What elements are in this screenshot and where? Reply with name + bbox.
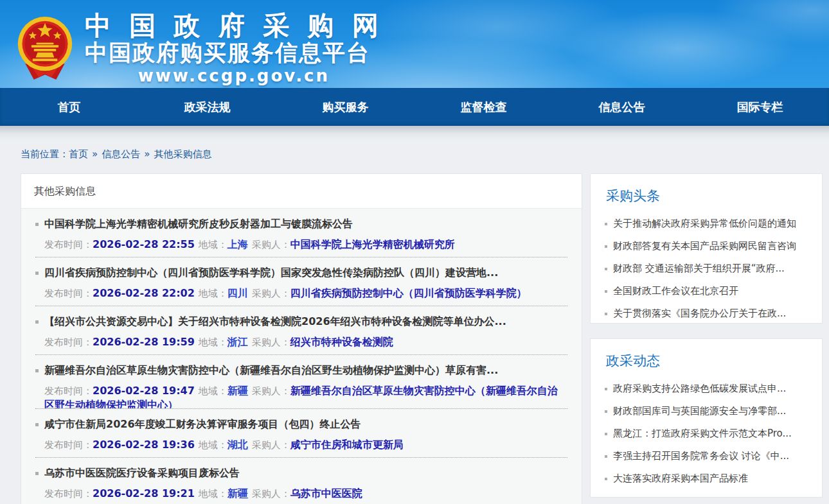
nav-item-purchase-services[interactable]: 购买服务: [276, 88, 415, 126]
buyer-link[interactable]: 绍兴市特种设备检测院: [290, 336, 393, 348]
headline-link[interactable]: 财政部答复有关本国产品采购网民留言咨询: [613, 240, 796, 252]
square-bullet-icon: [605, 223, 607, 225]
dynamics-panel: 政采动态 政府采购支持公路绿色低碳发展试点申... 财政部国库司与英国能源安全与…: [590, 338, 823, 498]
breadcrumb-separator: »: [144, 148, 150, 160]
region-label: 地域：: [199, 439, 227, 451]
region-label: 地域：: [199, 288, 227, 299]
news-meta: 发布时间：2026-02-28 19:59地域：浙江采购人：绍兴市特种设备检测院: [35, 335, 567, 349]
publish-time-value: 2026-02-28 22:55: [93, 238, 195, 250]
news-title-link[interactable]: 四川省疾病预防控制中心（四川省预防医学科学院）国家突发急性传染病防控队（四川）建…: [44, 266, 498, 280]
square-bullet-icon: [35, 223, 39, 226]
square-bullet-icon: [605, 478, 607, 480]
breadcrumb-prefix: 当前位置：: [21, 148, 69, 160]
buyer-link[interactable]: 咸宁市住房和城市更新局: [290, 439, 404, 451]
headline-link[interactable]: 财政部 交通运输部关于组织开展“政府...: [613, 263, 785, 275]
headline-link[interactable]: 关于贯彻落实《国务院办公厅关于在政...: [613, 308, 786, 320]
dynamics-link[interactable]: 大连落实政府采购本国产品标准: [613, 473, 748, 485]
breadcrumb-separator: »: [92, 148, 98, 160]
publish-time-value: 2026-02-28 22:02: [93, 287, 195, 299]
nav-item-regulations[interactable]: 政采法规: [138, 88, 276, 126]
panel-title: 其他采购信息: [21, 174, 582, 209]
region-link[interactable]: 新疆: [227, 487, 248, 500]
news-list-item: 【绍兴市公共资源交易中心】关于绍兴市特种设备检测院2026年绍兴市特种设备检测院…: [35, 306, 567, 355]
site-header: 中 国 政 府 采 购 网 中国政府购买服务信息平台 www.ccgp.gov.…: [0, 0, 829, 88]
square-bullet-icon: [605, 388, 607, 390]
nav-item-home[interactable]: 首页: [0, 88, 138, 126]
news-meta: 发布时间：2026-02-28 19:21地域：新疆采购人：乌苏市中医医院: [35, 487, 567, 501]
square-bullet-icon: [35, 369, 39, 372]
region-link[interactable]: 新疆: [227, 385, 248, 397]
news-title-link[interactable]: 新疆维吾尔自治区草原生物灾害防控中心（新疆维吾尔自治区野生动植物保护监测中心）草…: [44, 363, 498, 378]
breadcrumb-home-link[interactable]: 首页: [69, 148, 88, 160]
dynamics-link[interactable]: 政府采购支持公路绿色低碳发展试点申...: [613, 383, 786, 395]
publish-time-value: 2026-02-28 19:47: [93, 385, 195, 397]
headline-item: 全国财政工作会议在北京召开: [605, 280, 810, 302]
dynamics-link[interactable]: 财政部国库司与英国能源安全与净零部...: [613, 405, 786, 417]
buyer-link[interactable]: 中国科学院上海光学精密机械研究所: [290, 238, 455, 250]
region-link[interactable]: 四川: [227, 287, 248, 299]
publish-time-label: 发布时间：: [44, 288, 93, 299]
publish-time-value: 2026-02-28 19:36: [93, 439, 195, 451]
square-bullet-icon: [605, 313, 607, 315]
region-label: 地域：: [199, 336, 227, 348]
news-list: 中国科学院上海光学精密机械研究所皮秒反射器加工与镀膜流标公告 发布时间：2026…: [21, 209, 582, 504]
buyer-link[interactable]: 乌苏市中医医院: [290, 487, 362, 500]
square-bullet-icon: [605, 245, 607, 248]
dynamics-item: 黑龙江：打造政府采购文件示范文本Pro...: [605, 422, 810, 445]
region-label: 地域：: [199, 488, 227, 500]
headline-link[interactable]: 关于推动解决政府采购异常低价问题的通知: [613, 218, 796, 230]
nav-item-supervision[interactable]: 监督检查: [415, 88, 553, 126]
region-label: 地域：: [199, 385, 227, 397]
news-meta: 发布时间：2026-02-28 22:55地域：上海采购人：中国科学院上海光学精…: [35, 238, 567, 252]
square-bullet-icon: [35, 320, 39, 324]
headlines-panel: 采购头条 关于推动解决政府采购异常低价问题的通知 财政部答复有关本国产品采购网民…: [590, 173, 823, 324]
buyer-label: 采购人：: [252, 439, 290, 451]
dynamics-item: 大连落实政府采购本国产品标准: [605, 467, 810, 490]
square-bullet-icon: [605, 433, 607, 435]
square-bullet-icon: [605, 268, 607, 270]
region-link[interactable]: 浙江: [227, 336, 248, 348]
news-title-link[interactable]: 乌苏市中医医院医疗设备采购项目废标公告: [44, 466, 240, 480]
square-bullet-icon: [605, 290, 607, 293]
dynamics-link[interactable]: 李强主持召开国务院常务会议 讨论《中...: [613, 450, 789, 462]
nav-shadow-strip: [0, 126, 829, 140]
headline-item: 财政部答复有关本国产品采购网民留言咨询: [605, 235, 810, 257]
dynamics-item: 李强主持召开国务院常务会议 讨论《中...: [605, 445, 810, 467]
publish-time-label: 发布时间：: [44, 239, 93, 250]
headline-item: 财政部 交通运输部关于组织开展“政府...: [605, 257, 810, 280]
square-bullet-icon: [35, 272, 39, 275]
buyer-label: 采购人：: [252, 336, 290, 348]
news-list-item: 新疆维吾尔自治区草原生物灾害防控中心（新疆维吾尔自治区野生动植物保护监测中心）草…: [35, 355, 567, 409]
news-title-link[interactable]: 中国科学院上海光学精密机械研究所皮秒反射器加工与镀膜流标公告: [44, 217, 353, 231]
news-title-link[interactable]: 【绍兴市公共资源交易中心】关于绍兴市特种设备检测院2026年绍兴市特种设备检测院…: [44, 315, 506, 329]
dynamics-item: 财政部国库司与英国能源安全与净零部...: [605, 400, 810, 422]
headline-item: 关于贯彻落实《国务院办公厅关于在政...: [605, 302, 810, 324]
buyer-label: 采购人：: [252, 488, 290, 500]
region-link[interactable]: 上海: [227, 238, 248, 250]
headline-item: 关于推动解决政府采购异常低价问题的通知: [605, 213, 810, 235]
region-link[interactable]: 湖北: [227, 439, 248, 451]
site-subtitle: 中国政府购买服务信息平台: [85, 40, 383, 65]
square-bullet-icon: [35, 472, 39, 475]
publish-time-label: 发布时间：: [44, 488, 93, 500]
buyer-label: 采购人：: [252, 239, 290, 250]
news-meta: 发布时间：2026-02-28 19:36地域：湖北采购人：咸宁市住房和城市更新…: [35, 438, 567, 452]
square-bullet-icon: [605, 410, 607, 413]
buyer-label: 采购人：: [252, 385, 290, 397]
breadcrumb-section-link[interactable]: 信息公告: [102, 148, 140, 160]
breadcrumb-current: 其他采购信息: [154, 148, 211, 160]
nav-item-announcements[interactable]: 信息公告: [553, 88, 691, 126]
publish-time-label: 发布时间：: [44, 385, 93, 397]
headline-link[interactable]: 全国财政工作会议在北京召开: [613, 285, 738, 297]
buyer-link[interactable]: 四川省疾病预防控制中心（四川省预防医学科学院）: [290, 287, 527, 299]
breadcrumb: 当前位置：首页»信息公告»其他采购信息: [0, 140, 829, 173]
main-nav: 首页 政采法规 购买服务 监督检查 信息公告 国际专栏: [0, 88, 829, 126]
news-title-link[interactable]: 咸宁市住新局2026年度竣工财务决算评审服务项目（包四）终止公告: [44, 417, 361, 431]
publish-time-value: 2026-02-28 19:21: [93, 487, 195, 500]
publish-time-label: 发布时间：: [44, 439, 93, 451]
news-list-item: 咸宁市住新局2026年度竣工财务决算评审服务项目（包四）终止公告 发布时间：20…: [35, 409, 567, 458]
nav-item-international[interactable]: 国际专栏: [691, 88, 829, 126]
news-list-item: 四川省疾病预防控制中心（四川省预防医学科学院）国家突发急性传染病防控队（四川）建…: [35, 257, 567, 306]
other-procurement-panel: 其他采购信息 中国科学院上海光学精密机械研究所皮秒反射器加工与镀膜流标公告 发布…: [21, 173, 582, 504]
dynamics-link[interactable]: 黑龙江：打造政府采购文件示范文本Pro...: [613, 428, 792, 440]
